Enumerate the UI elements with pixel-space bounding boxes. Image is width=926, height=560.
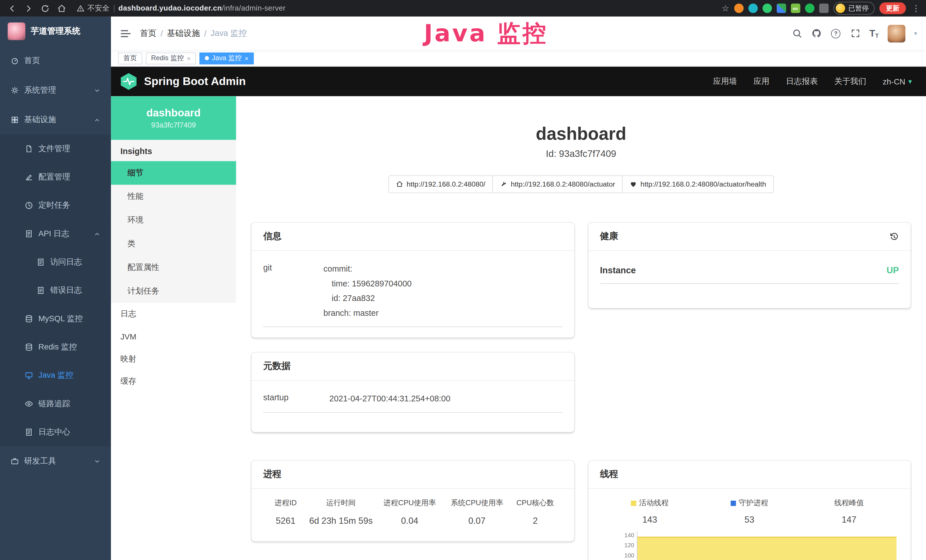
logo-avatar — [8, 23, 26, 40]
github-icon[interactable] — [811, 28, 822, 38]
close-icon[interactable]: × — [187, 54, 191, 62]
sba-item-jvm[interactable]: JVM — [111, 325, 236, 348]
sba-section-insights: Insights — [111, 140, 236, 161]
sba-item-classes[interactable]: 类 — [111, 232, 236, 256]
app-title: 芋道管理系统 — [31, 26, 80, 36]
sidebar-item-mysql[interactable]: MySQL 监控 — [0, 305, 111, 333]
sidebar-item-log-center[interactable]: 日志中心 — [0, 418, 111, 446]
sba-item-details[interactable]: 细节 — [111, 161, 236, 185]
threads-card-title: 线程 — [600, 468, 618, 480]
extension-on-badge-icon[interactable]: on — [791, 3, 800, 13]
sba-nav-about[interactable]: 关于我们 — [834, 76, 866, 87]
app-sidebar: 芋道管理系统 首页 系统管理 基础设施 文件管理 配置 — [0, 17, 111, 560]
sba-item-metrics[interactable]: 性能 — [111, 185, 236, 209]
legend-live-swatch — [631, 501, 636, 506]
sidebar-item-access-log[interactable]: 访问日志 — [0, 248, 111, 276]
health-url-link[interactable]: http://192.168.0.2:48080/actuator/health — [622, 176, 774, 193]
sidebar-item-error-log[interactable]: 错误日志 — [0, 277, 111, 305]
sba-item-scheduled-tasks[interactable]: 计划任务 — [111, 279, 236, 303]
sba-item-configprops[interactable]: 配置属性 — [111, 256, 236, 279]
sba-item-logs[interactable]: 日志 — [111, 303, 236, 325]
threads-legend: 活动线程 143 守护进程 53 线程峰值 — [600, 497, 899, 524]
sba-item-caches[interactable]: 缓存 — [111, 370, 236, 393]
sba-item-environment[interactable]: 环境 — [111, 209, 236, 232]
actuator-url-link[interactable]: http://192.168.0.2:48080/actuator — [493, 176, 623, 193]
gear-icon — [11, 86, 19, 94]
history-icon[interactable] — [890, 232, 899, 241]
sidebar-item-api-log[interactable]: API 日志 — [0, 219, 111, 248]
database-icon — [25, 343, 33, 351]
sidebar-item-dev-tools[interactable]: 研发工具 — [0, 446, 111, 476]
document-icon — [25, 145, 33, 153]
extension-icon-2[interactable] — [748, 3, 758, 13]
sidebar-item-tracing[interactable]: 链路追踪 — [0, 390, 111, 418]
extension-icon-3[interactable] — [762, 3, 772, 13]
info-card: 信息 git commit: time: 1596289704000 id: 2… — [251, 222, 574, 338]
health-instance-label: Instance — [600, 265, 636, 275]
url-divider — [113, 5, 114, 12]
sidebar-item-system[interactable]: 系统管理 — [0, 76, 111, 105]
process-col-uptime: 运行时间 — [308, 498, 374, 509]
metadata-value: 2021-04-27T00:44:31.254+08:00 — [329, 391, 562, 406]
breadcrumb-home[interactable]: 首页 — [140, 28, 156, 38]
reload-icon[interactable] — [38, 2, 52, 15]
sba-locale-select[interactable]: zh-CN ▾ — [883, 77, 912, 86]
log-icon — [25, 428, 33, 436]
sba-nav-wallboard[interactable]: 应用墙 — [713, 76, 737, 87]
user-avatar[interactable] — [888, 24, 905, 42]
eye-icon — [25, 400, 33, 408]
search-icon[interactable] — [791, 28, 802, 38]
user-menu-caret-icon[interactable]: ▾ — [914, 30, 917, 37]
screen: 不安全 dashboard.yudao.iocoder.cn/infra/adm… — [0, 0, 926, 560]
tab-home[interactable]: 首页 — [118, 52, 142, 64]
tab-java[interactable]: Java 监控× — [200, 52, 254, 64]
close-icon[interactable]: × — [245, 54, 248, 62]
metadata-startup-row: startup 2021-04-27T00:44:31.254+08:00 — [263, 389, 562, 413]
url-text[interactable]: dashboard.yudao.iocoder.cn/infra/admin-s… — [118, 4, 286, 12]
sba-item-mappings[interactable]: 映射 — [111, 348, 236, 370]
tab-redis[interactable]: Redis 监控× — [146, 52, 196, 64]
database-icon — [25, 315, 33, 323]
profile-paused-badge[interactable]: 已暂停 — [833, 2, 875, 15]
process-col-process-cpu: 进程CPU使用率 — [374, 498, 446, 509]
process-val-pid: 5261 — [263, 516, 308, 525]
sidebar-item-files[interactable]: 文件管理 — [0, 135, 111, 163]
sidebar-item-redis[interactable]: Redis 监控 — [0, 333, 111, 361]
profile-avatar — [835, 3, 845, 13]
font-size-icon[interactable]: TT — [870, 28, 879, 38]
extension-icon-1[interactable] — [734, 3, 743, 13]
help-icon[interactable]: ? — [831, 28, 841, 38]
breadcrumb: 首页 / 基础设施 / Java 监控 — [140, 28, 247, 38]
browser-menu-icon[interactable]: ⋮ — [911, 3, 921, 13]
sidebar-item-infra[interactable]: 基础设施 — [0, 105, 111, 135]
service-url-link[interactable]: http://192.168.0.2:48080/ — [389, 176, 493, 193]
fullscreen-icon[interactable] — [850, 28, 860, 38]
hamburger-icon[interactable] — [120, 27, 132, 39]
sba-nav-journal[interactable]: 日志报表 — [786, 76, 818, 87]
process-val-process-cpu: 0.04 — [374, 516, 446, 525]
sidebar-item-java[interactable]: Java 监控 — [0, 362, 111, 390]
extension-icon-4[interactable] — [776, 3, 786, 13]
process-table: 进程ID5261 运行时间6d 23h 15m 59s 进程CPU使用率0.04… — [263, 497, 562, 525]
home-icon[interactable] — [54, 2, 68, 15]
sba-nav-applications[interactable]: 应用 — [754, 76, 769, 87]
back-icon[interactable] — [5, 2, 19, 15]
sidebar-item-config[interactable]: 配置管理 — [0, 163, 111, 191]
sba-sidebar: dashboard 93a3fc7f7409 Insights 细节 性能 环境… — [111, 96, 236, 560]
breadcrumb-infra[interactable]: 基础设施 — [167, 28, 200, 38]
security-chip[interactable]: 不安全 — [77, 3, 109, 13]
update-button[interactable]: 更新 — [879, 2, 906, 14]
health-instance-row[interactable]: Instance UP — [600, 259, 899, 284]
extensions-puzzle-icon[interactable] — [819, 3, 828, 13]
sidebar-item-jobs[interactable]: 定时任务 — [0, 191, 111, 219]
sba-instance-id: 93a3fc7f7409 — [151, 121, 196, 129]
bookmark-star-icon[interactable]: ☆ — [722, 3, 729, 13]
app-logo[interactable]: 芋道管理系统 — [0, 17, 111, 46]
extension-icon-5[interactable] — [805, 3, 814, 13]
forward-icon[interactable] — [21, 2, 36, 15]
clock-icon — [25, 201, 33, 210]
cards-right-column: 健康 Instance UP — [588, 222, 911, 560]
sba-instance-header[interactable]: dashboard 93a3fc7f7409 — [111, 96, 236, 140]
address-bar[interactable]: 不安全 dashboard.yudao.iocoder.cn/infra/adm… — [77, 3, 720, 13]
sidebar-item-home[interactable]: 首页 — [0, 46, 111, 75]
